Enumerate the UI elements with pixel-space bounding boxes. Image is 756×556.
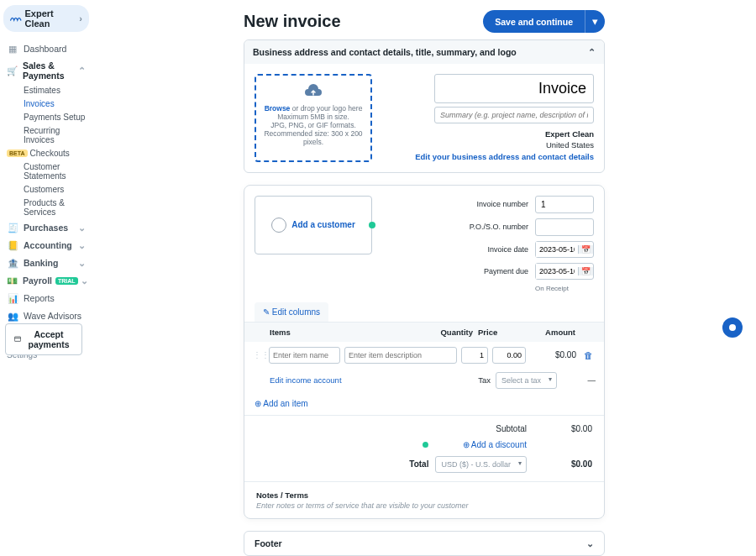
col-items: Items bbox=[270, 328, 426, 337]
sidebar-item-payroll[interactable]: 💵 Payroll TRIAL ⌄ bbox=[3, 272, 89, 289]
sidebar-item-banking[interactable]: 🏦 Banking ⌄ bbox=[3, 254, 89, 271]
subtotal-value: $0.00 bbox=[533, 424, 592, 433]
add-customer-button[interactable]: Add a customer bbox=[255, 196, 372, 254]
po-number-label: P.O./S.O. number bbox=[389, 223, 528, 231]
book-icon: 📒 bbox=[7, 239, 18, 251]
edit-income-account-link[interactable]: Edit income account bbox=[270, 375, 342, 385]
org-name: Expert Clean bbox=[25, 8, 80, 29]
title-column: Expert Clean United States Edit your bus… bbox=[397, 74, 594, 162]
notes-textarea[interactable]: Enter notes or terms of service that are… bbox=[256, 501, 592, 510]
delete-item-icon[interactable]: 🗑 bbox=[580, 350, 596, 360]
sidebar-item-customers[interactable]: Customers bbox=[20, 183, 89, 196]
sidebar-item-customer-statements[interactable]: Customer Statements bbox=[20, 160, 89, 182]
notes-section: Notes / Terms Enter notes or terms of se… bbox=[244, 481, 604, 518]
beta-badge: BETA bbox=[7, 149, 28, 157]
wave-logo-icon bbox=[10, 14, 22, 23]
pencil-icon: ✎ bbox=[263, 307, 270, 317]
col-quantity: Quantity bbox=[431, 328, 473, 337]
item-sub-row: Edit income account Tax Select a tax — bbox=[244, 369, 604, 392]
invoice-title-input[interactable] bbox=[434, 74, 594, 103]
edit-business-details-link[interactable]: Edit your business address and contact d… bbox=[397, 151, 594, 162]
receipt-icon: 🧾 bbox=[7, 222, 18, 233]
chevron-down-icon: ⌄ bbox=[78, 258, 86, 268]
payroll-icon: 💵 bbox=[7, 275, 18, 286]
chevron-down-icon: ⌄ bbox=[81, 275, 88, 286]
tax-select[interactable]: Select a tax bbox=[496, 372, 557, 389]
chevron-up-icon: ⌃ bbox=[588, 47, 596, 57]
currency-select[interactable]: USD ($) - U.S. dollar bbox=[435, 456, 527, 473]
invoice-date-input[interactable] bbox=[536, 242, 578, 257]
status-dot-icon bbox=[369, 222, 375, 228]
item-amount: $0.00 bbox=[530, 350, 576, 359]
payment-due-field: 📅 bbox=[535, 263, 594, 280]
status-dot-icon bbox=[423, 442, 428, 448]
total-label: Total bbox=[256, 459, 428, 469]
item-price-input[interactable] bbox=[492, 347, 526, 364]
drag-handle-icon[interactable]: ⋮⋮ bbox=[253, 350, 265, 359]
invoice-summary-input[interactable] bbox=[434, 107, 594, 123]
item-name-input[interactable] bbox=[269, 347, 340, 364]
chevron-down-icon: ⌄ bbox=[78, 223, 86, 233]
save-and-continue-button[interactable]: Save and continue bbox=[483, 10, 585, 33]
advisors-icon: 👥 bbox=[7, 310, 18, 322]
save-dropdown-button[interactable]: ▾ bbox=[585, 10, 605, 33]
item-row: ⋮⋮ $0.00 🗑 bbox=[244, 342, 604, 369]
sidebar-item-estimates[interactable]: Estimates bbox=[20, 84, 89, 97]
cart-icon: 🛒 bbox=[7, 65, 18, 76]
sidebar-item-sales[interactable]: 🛒 Sales & Payments ⌃ bbox=[3, 58, 89, 83]
nav-label: Accounting bbox=[24, 240, 72, 250]
footer-accordion[interactable]: Footer ⌄ bbox=[244, 531, 605, 556]
add-discount-link[interactable]: ⊕ Add a discount bbox=[435, 440, 527, 449]
trial-badge: TRIAL bbox=[55, 277, 78, 285]
sidebar-item-invoices[interactable]: Invoices bbox=[20, 97, 89, 110]
calendar-icon[interactable]: 📅 bbox=[578, 245, 593, 254]
invoice-meta: Invoice number P.O./S.O. number Invoice … bbox=[389, 196, 594, 292]
sidebar-item-products[interactable]: Products & Services bbox=[20, 197, 89, 218]
sidebar-item-accounting[interactable]: 📒 Accounting ⌄ bbox=[3, 237, 89, 254]
sidebar: Expert Clean › ▦ Dashboard 🛒 Sales & Pay… bbox=[0, 0, 92, 556]
edit-columns-button[interactable]: ✎ Edit columns bbox=[255, 302, 328, 322]
logo-dropzone[interactable]: Browse or drop your logo here Maximum 5M… bbox=[255, 74, 372, 162]
main-content: New invoice Save and continue ▾ Business… bbox=[244, 0, 605, 556]
po-number-input[interactable] bbox=[535, 218, 594, 236]
nav-label: Sales & Payments bbox=[23, 60, 78, 81]
item-quantity-input[interactable] bbox=[461, 347, 488, 364]
sidebar-item-reports[interactable]: 📊 Reports bbox=[3, 290, 89, 307]
col-amount: Amount bbox=[525, 328, 575, 337]
business-details-header[interactable]: Business address and contact details, ti… bbox=[244, 40, 604, 64]
subtotal-label: Subtotal bbox=[435, 424, 527, 433]
invoice-date-label: Invoice date bbox=[389, 245, 528, 254]
chevron-down-icon: ▾ bbox=[592, 15, 598, 28]
sidebar-item-checkouts[interactable]: BETA Checkouts bbox=[20, 147, 89, 160]
nav-label: Dashboard bbox=[24, 44, 66, 54]
invoice-number-input[interactable] bbox=[535, 196, 594, 213]
org-switcher[interactable]: Expert Clean › bbox=[3, 5, 89, 32]
nav-label: Banking bbox=[24, 258, 58, 268]
reports-icon: 📊 bbox=[7, 292, 18, 304]
chat-widget-button[interactable] bbox=[722, 317, 743, 338]
nav-label: Reports bbox=[24, 293, 55, 303]
chevron-down-icon: ⌄ bbox=[78, 240, 86, 250]
chevron-right-icon: › bbox=[79, 13, 82, 24]
item-description-input[interactable] bbox=[344, 347, 457, 364]
sidebar-item-purchases[interactable]: 🧾 Purchases ⌄ bbox=[3, 219, 89, 236]
dashboard-icon: ▦ bbox=[7, 43, 18, 55]
nav-label: Wave Advisors bbox=[24, 311, 81, 321]
invoice-number-label: Invoice number bbox=[389, 200, 528, 208]
total-value: $0.00 bbox=[533, 459, 592, 469]
items-header-row: Items Quantity Price Amount bbox=[244, 322, 604, 342]
sidebar-item-recurring-invoices[interactable]: Recurring Invoices bbox=[20, 124, 89, 146]
accept-payments-button[interactable]: Accept payments bbox=[5, 323, 82, 355]
invoice-card: Add a customer Invoice number P.O./S.O. … bbox=[244, 185, 605, 519]
nav-label: Purchases bbox=[24, 223, 68, 233]
col-price: Price bbox=[478, 328, 520, 337]
nav-label: Payroll bbox=[23, 275, 52, 286]
calendar-icon[interactable]: 📅 bbox=[578, 267, 593, 275]
payment-due-input[interactable] bbox=[536, 264, 578, 279]
sidebar-item-dashboard[interactable]: ▦ Dashboard bbox=[3, 40, 89, 57]
sales-submenu: Estimates Invoices Payments Setup Recurr… bbox=[3, 84, 89, 218]
plus-circle-icon: ⊕ bbox=[463, 440, 470, 449]
sidebar-item-advisors[interactable]: 👥 Wave Advisors bbox=[3, 307, 89, 324]
sidebar-item-payments-setup[interactable]: Payments Setup bbox=[20, 111, 89, 123]
add-item-button[interactable]: ⊕ Add an item bbox=[244, 392, 604, 415]
